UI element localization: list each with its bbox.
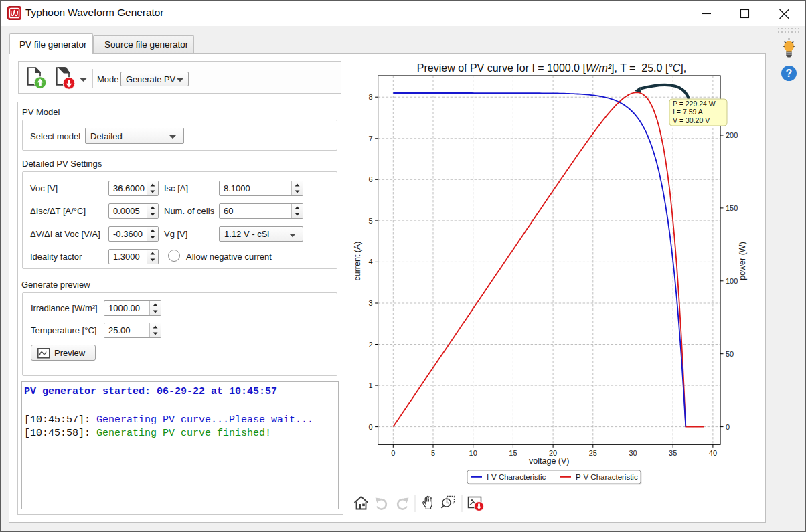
svg-text:200: 200 xyxy=(726,131,738,139)
svg-text:power (W): power (W) xyxy=(738,242,747,280)
svg-text:Preview of PV curve for I = 10: Preview of PV curve for I = 1000.0 [W/m²… xyxy=(417,62,686,74)
svg-text:I = 7.59 A: I = 7.59 A xyxy=(673,108,703,116)
svg-text:P = 229.24 W: P = 229.24 W xyxy=(673,100,716,108)
svg-text:V = 30.20 V: V = 30.20 V xyxy=(673,116,710,124)
svg-text:P-V Characteristic: P-V Characteristic xyxy=(576,473,638,481)
svg-text:5: 5 xyxy=(368,217,372,225)
svg-text:6: 6 xyxy=(368,175,372,183)
svg-text:0: 0 xyxy=(726,423,730,431)
svg-text:4: 4 xyxy=(368,258,372,266)
svg-text:0: 0 xyxy=(391,449,395,457)
svg-text:voltage (V): voltage (V) xyxy=(529,456,569,466)
svg-text:0: 0 xyxy=(368,423,372,431)
svg-text:150: 150 xyxy=(726,204,738,212)
svg-text:5: 5 xyxy=(431,449,435,457)
svg-text:current (A): current (A) xyxy=(353,241,362,280)
svg-text:25: 25 xyxy=(589,449,597,457)
svg-text:35: 35 xyxy=(669,449,677,457)
svg-text:8: 8 xyxy=(368,93,372,101)
svg-text:20: 20 xyxy=(549,449,557,457)
svg-text:1: 1 xyxy=(368,381,372,389)
svg-text:30: 30 xyxy=(629,449,637,457)
svg-text:50: 50 xyxy=(726,350,734,358)
svg-text:I-V Characteristic: I-V Characteristic xyxy=(487,473,546,481)
svg-text:15: 15 xyxy=(509,449,517,457)
svg-text:2: 2 xyxy=(368,341,372,349)
svg-text:10: 10 xyxy=(469,449,477,457)
svg-text:100: 100 xyxy=(726,277,738,285)
svg-text:40: 40 xyxy=(709,449,717,457)
svg-text:3: 3 xyxy=(368,299,372,307)
svg-text:7: 7 xyxy=(368,135,372,143)
